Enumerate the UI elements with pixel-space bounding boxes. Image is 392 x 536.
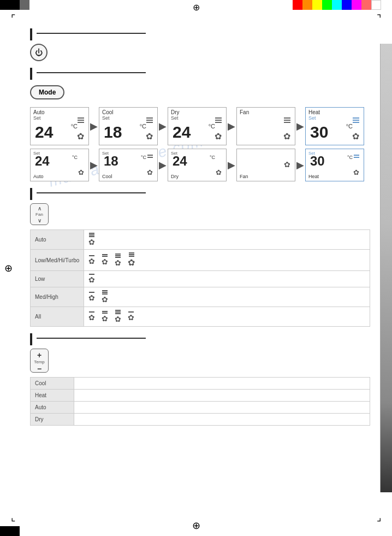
arrow2: ▶ (159, 120, 167, 132)
temp-row-auto-label: Auto (31, 402, 74, 414)
color-chips-top (293, 0, 381, 10)
chip-pink (361, 0, 371, 10)
display-dry: Dry Set 24 °C ✿ (168, 107, 227, 145)
black-square (0, 0, 20, 10)
fan-fan-icon: ✿ (283, 131, 290, 142)
auto-lines (78, 117, 84, 123)
fan-row-speeds-label: Low/Med/Hi/Turbo (31, 250, 84, 271)
fan-row-auto-label: Auto (31, 230, 84, 250)
mode-section: Mode Auto Set 24 °C ✿ ▶ Cool Set 18 °C ✿ (30, 68, 370, 181)
heat-temp: 30 (310, 124, 328, 140)
cool-unit: °C (140, 123, 146, 129)
auto-unit: °C (71, 123, 78, 129)
temp-button[interactable]: + Temp − (30, 349, 49, 373)
heat-unit: °C (346, 123, 353, 129)
fan-icon-all4: ✿ (128, 311, 134, 322)
section-bar-temp (30, 333, 32, 345)
heat-fan-icon: ✿ (352, 131, 359, 142)
fan-section: ∧ Fan ∨ Auto ✿ Low/Med/Hi/Turbo (30, 188, 370, 327)
auto2-temp: 24 (35, 155, 50, 168)
cool2-temp: 18 (104, 155, 118, 168)
temp-row-auto-value (74, 402, 370, 414)
fan2-fan: ✿ (284, 160, 290, 169)
auto-mode-label: Auto (33, 109, 45, 115)
fan2-label: Fan (240, 174, 248, 179)
cool-mode-label: Cool (102, 109, 114, 115)
fan-row-low-label: Low (31, 271, 84, 287)
dry-fan-icon: ✿ (215, 131, 222, 142)
display-auto: Auto Set 24 °C ✿ (30, 107, 89, 145)
mode-section-header (30, 68, 370, 80)
cool-set-label: Set (102, 115, 110, 121)
reg-mark-tl: ⌜ (5, 11, 21, 26)
fan-row-speeds-icons: ✿ ✿ ✿ ✿ (84, 250, 370, 271)
temp-plus-icon: + (37, 351, 41, 360)
fan-title-line (37, 192, 146, 193)
temp-row-heat-label: Heat (31, 390, 74, 402)
heat2-fan: ✿ (353, 168, 359, 176)
power-button[interactable]: ⏻ (30, 44, 47, 61)
fan-icon-low2: ✿ (88, 274, 95, 284)
mode-button-label: Mode (39, 89, 56, 96)
power-icon: ⏻ (35, 48, 43, 57)
fan-row-medhi-icons: ✿ ✿ (84, 287, 370, 307)
mode-button[interactable]: Mode (30, 85, 64, 99)
main-content: ⏻ Mode Auto Set 24 °C ✿ ▶ Cool (30, 22, 370, 514)
dry-temp: 24 (173, 124, 191, 140)
chip-orange (302, 0, 312, 10)
fan-down-chevron: ∨ (38, 217, 41, 223)
display2-fan: ✿ Fan (236, 149, 295, 181)
arrow2-4: ▶ (296, 159, 304, 171)
dry2-unit: °C (210, 155, 215, 160)
chip-yellow (312, 0, 322, 10)
fan-row-low-icons: ✿ (84, 271, 370, 287)
auto-fan-icon: ✿ (77, 131, 84, 142)
heat2-temp: 30 (310, 155, 325, 168)
fan-mode-label: Fan (240, 109, 249, 115)
cool2-fan: ✿ (147, 168, 153, 176)
dry-set-label: Set (171, 115, 179, 121)
reg-mark-br: ⌟ (371, 510, 387, 525)
chip-white (371, 0, 381, 10)
section-bar-power (30, 28, 32, 40)
cool2-label: Cool (102, 174, 112, 179)
power-section-header (30, 28, 370, 40)
temp-range-table: Cool Heat Auto Dry (30, 377, 370, 426)
arrow1: ▶ (90, 120, 98, 132)
power-section: ⏻ (30, 28, 370, 61)
cool2-unit: °C (141, 155, 146, 160)
display2-dry: Set 24 °C ✿ Dry (168, 149, 227, 181)
fan-row-medhi-label: Med/High (31, 287, 84, 307)
fan-lines (284, 117, 290, 123)
cool-temp: 18 (104, 124, 122, 140)
auto2-label: Auto (33, 174, 44, 179)
section-bar-fan (30, 188, 32, 200)
temp-row-dry-value (74, 414, 370, 426)
fan-row-auto: Auto ✿ (31, 230, 370, 250)
temp-row-heat-value (74, 390, 370, 402)
chip-red (293, 0, 302, 10)
heat-lines (353, 117, 359, 123)
fan-speed-table: Auto ✿ Low/Med/Hi/Turbo (30, 229, 370, 327)
temp-row-heat: Heat (31, 390, 370, 402)
fan-row-all-icons: ✿ ✿ ✿ ✿ (84, 307, 370, 327)
fan-icon-all1: ✿ (88, 311, 95, 322)
display-heat: Heat Set 30 °C ✿ (305, 107, 364, 145)
temp-section-header (30, 333, 370, 345)
dry-mode-label: Dry (171, 109, 180, 115)
crosshair-top-icon: ⊕ (193, 2, 200, 13)
fan-row-auto-icons: ✿ (84, 230, 370, 250)
temp-row-cool-label: Cool (31, 378, 74, 390)
section-bar-mode (30, 68, 32, 80)
fan-row-all-label: All (31, 307, 84, 327)
power-title-line (37, 33, 146, 34)
fan-section-header (30, 188, 370, 200)
mode-title-line (37, 72, 146, 73)
arrow2-3: ▶ (228, 159, 235, 171)
auto2-unit: °C (72, 155, 78, 160)
mode-display-row1: Auto Set 24 °C ✿ ▶ Cool Set 18 °C ✿ ▶ Dr… (30, 107, 370, 145)
fan-speed-button[interactable]: ∧ Fan ∨ (30, 203, 49, 225)
fan-icon-turbo: ✿ (128, 252, 135, 268)
heat2-label: Heat (308, 174, 319, 179)
fan-button-label: Fan (35, 212, 43, 217)
